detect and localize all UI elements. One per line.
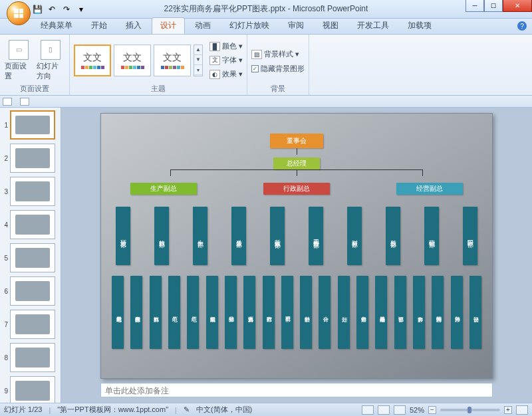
tab-developer[interactable]: 开发工具 (348, 17, 398, 34)
org-node-subdept[interactable]: 效料部 (150, 276, 162, 349)
org-node-subdept[interactable]: 综合开发部 (130, 276, 142, 349)
undo-icon[interactable]: ↶ (47, 4, 57, 15)
normal-view-button[interactable] (362, 405, 374, 415)
org-node-subdept[interactable]: 工程部 (281, 276, 293, 349)
theme-colors-button[interactable]: █颜色▾ (209, 40, 243, 53)
slide-thumb[interactable] (10, 110, 55, 140)
maximize-button[interactable]: ☐ (484, 0, 503, 12)
outline-mini-tab[interactable] (20, 98, 29, 106)
tab-design[interactable]: 设计 (152, 17, 185, 34)
org-node-subdept[interactable]: 电子开发部 (112, 276, 124, 349)
tab-home[interactable]: 开始 (82, 17, 116, 34)
fit-window-button[interactable] (516, 405, 528, 415)
sorter-view-button[interactable] (378, 405, 390, 415)
org-node-vp[interactable]: 经营副总 (396, 183, 463, 195)
help-icon[interactable]: ? (517, 21, 527, 31)
theme-fonts-button[interactable]: 文字体▾ (209, 54, 243, 67)
spellcheck-icon[interactable]: ✎ (184, 405, 190, 414)
page-setup-button[interactable]: ▭ 页面设置 (4, 39, 33, 82)
org-node-subdept[interactable]: 证券部 (394, 276, 406, 349)
org-node-subdept[interactable]: 行政部 (263, 276, 275, 349)
bg-styles-button[interactable]: ▨背景样式▾ (251, 48, 305, 61)
tab-animation[interactable]: 动画 (186, 17, 219, 34)
thumb-row[interactable]: 6 (1, 276, 59, 306)
slide-thumb[interactable] (10, 243, 55, 272)
org-node-dept[interactable]: 财务部 (347, 207, 362, 265)
org-node-subdept[interactable]: 股份秘书处 (375, 276, 387, 349)
org-node-subdept[interactable]: 计划 (338, 276, 350, 349)
org-node-subdept[interactable]: 海外部 (451, 276, 463, 349)
org-node-subdept[interactable]: 会计 (319, 276, 331, 349)
language-indicator[interactable]: 中文(简体，中国) (196, 405, 252, 415)
tab-view[interactable]: 视图 (314, 17, 347, 34)
tab-classic-menu[interactable]: 经典菜单 (32, 17, 81, 34)
notes-pane[interactable]: 单击此处添加备注 (100, 383, 493, 397)
theme-effects-button[interactable]: ◐效果▾ (209, 68, 243, 81)
tab-review[interactable]: 审阅 (279, 17, 313, 34)
org-node-dept[interactable]: 行政人事部 (270, 207, 285, 265)
org-node-subdept[interactable]: 财务部 (356, 276, 368, 349)
thumb-row[interactable]: 1 (1, 110, 59, 140)
theme-gallery-scroll[interactable]: ▲▼▾ (194, 45, 203, 76)
org-node-dept[interactable]: 营销部 (424, 207, 439, 265)
zoom-slider[interactable] (440, 409, 500, 411)
org-node-dept[interactable]: 国际部 (463, 207, 477, 265)
save-icon[interactable]: 💾 (32, 4, 43, 15)
tab-slideshow[interactable]: 幻灯片放映 (221, 17, 278, 34)
thumb-row[interactable]: 7 (1, 310, 59, 339)
thumb-row[interactable]: 3 (1, 177, 59, 206)
org-node-dept[interactable]: 研发部 (116, 207, 130, 265)
org-node-dept[interactable]: 质量部 (231, 207, 246, 265)
org-node-board[interactable]: 董事会 (270, 134, 323, 148)
org-node-subdept[interactable]: 外联部 (300, 276, 312, 349)
org-node-subdept[interactable]: 品管部 (225, 276, 237, 349)
slideshow-view-button[interactable] (394, 405, 406, 415)
org-node-subdept[interactable]: 人力资源部 (243, 276, 255, 349)
zoom-value[interactable]: 52% (410, 406, 424, 414)
theme-scroll-down-icon[interactable]: ▼ (194, 55, 202, 65)
theme-thumb-current[interactable]: 文文 (74, 45, 111, 76)
org-node-vp[interactable]: 生产副总 (130, 183, 197, 195)
minimize-button[interactable]: ─ (466, 0, 484, 12)
org-node-subdept[interactable]: 电子厂 (168, 276, 180, 349)
zoom-out-button[interactable]: − (428, 406, 436, 414)
zoom-slider-thumb[interactable] (467, 407, 471, 413)
tab-addins[interactable]: 加载项 (399, 17, 440, 34)
theme-thumb-3[interactable]: 文文 (154, 45, 191, 76)
org-node-dept[interactable]: 效料部 (154, 207, 169, 265)
slide-orientation-button[interactable]: ▯ 幻灯片方向 (36, 39, 65, 82)
close-button[interactable]: ✕ (503, 0, 532, 12)
slide-thumb[interactable] (10, 276, 55, 306)
org-node-dept[interactable]: 股份部 (386, 207, 400, 265)
theme-thumb-2[interactable]: 文文 (114, 45, 151, 76)
slide-canvas[interactable]: 董事会 总经理 生产副总 行政副总 经营副总 研发部效料部生产部质量部行政人事部… (100, 113, 493, 379)
org-node-vp[interactable]: 行政副总 (263, 183, 330, 195)
org-node-subdept[interactable]: 国内营销 (432, 276, 444, 349)
tab-insert[interactable]: 插入 (117, 17, 150, 34)
org-node-dept[interactable]: 生产部 (193, 207, 207, 265)
org-node-subdept[interactable]: 客户部 (413, 276, 425, 349)
redo-icon[interactable]: ↷ (61, 4, 72, 15)
org-node-subdept[interactable]: 电子厂 (187, 276, 199, 349)
qat-dropdown-icon[interactable]: ▾ (76, 4, 86, 15)
org-node-subdept[interactable]: 组装车间 (206, 276, 218, 349)
slide-thumb[interactable] (10, 177, 55, 206)
slide-thumb[interactable] (10, 376, 55, 403)
thumb-row[interactable]: 9 (1, 376, 59, 403)
slide-thumb[interactable] (10, 343, 55, 372)
office-button[interactable] (7, 1, 31, 25)
slide-thumb[interactable] (10, 310, 55, 339)
thumb-row[interactable]: 4 (1, 210, 59, 239)
hide-bg-checkbox[interactable]: ✓隐藏背景图形 (251, 62, 305, 76)
slides-mini-tab[interactable] (3, 98, 12, 106)
slide-thumb[interactable] (10, 144, 55, 173)
org-node-gm[interactable]: 总经理 (273, 157, 320, 169)
zoom-in-button[interactable]: + (504, 406, 512, 414)
theme-scroll-up-icon[interactable]: ▲ (194, 45, 202, 55)
theme-more-icon[interactable]: ▾ (194, 65, 202, 75)
org-node-dept[interactable]: 工程管理部 (309, 207, 323, 265)
thumb-row[interactable]: 2 (1, 144, 59, 173)
thumb-row[interactable]: 5 (1, 243, 59, 272)
slide-thumbnail-pane[interactable]: 123456789 (0, 108, 61, 403)
slide-thumb[interactable] (10, 210, 55, 239)
